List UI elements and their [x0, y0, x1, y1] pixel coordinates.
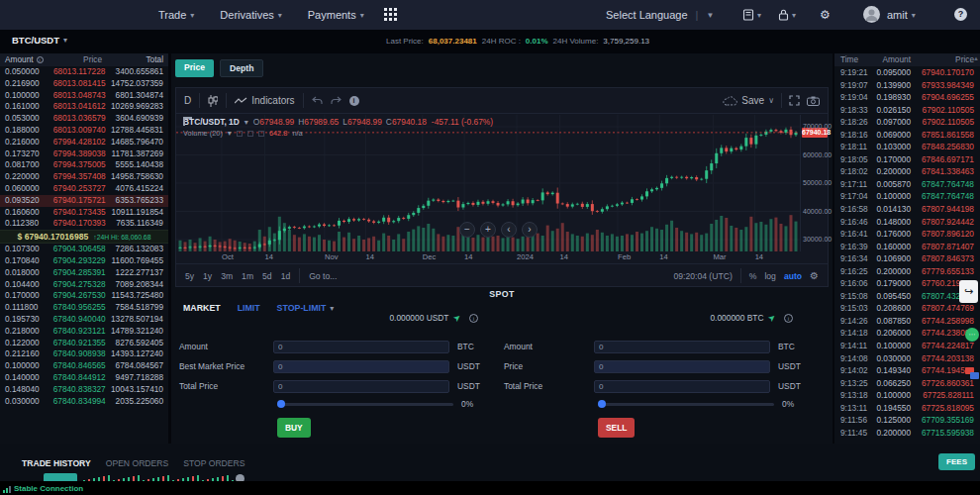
- avatar[interactable]: [863, 6, 880, 23]
- wallet-menu[interactable]: ▾: [778, 0, 796, 30]
- clock[interactable]: 09:20:04 (UTC): [674, 271, 733, 281]
- tab-market[interactable]: MARKET: [183, 303, 221, 313]
- menu-payments[interactable]: Payments▾: [308, 9, 364, 21]
- best-market-price-input[interactable]: [273, 360, 449, 373]
- menu-trade[interactable]: Trade▾: [158, 9, 194, 21]
- ask-row[interactable]: 0.22000067994.35740814958.758630: [0, 171, 168, 183]
- total-price-input[interactable]: [273, 380, 449, 393]
- ask-row[interactable]: 0.21600067994.42810214685.796470: [0, 137, 168, 148]
- trade-row[interactable]: 9:11:450.20000067715.595938: [834, 427, 980, 440]
- trade-row[interactable]: 9:13:110.19455067725.818095: [834, 402, 980, 415]
- bid-row[interactable]: 0.21216067840.90893814393.127240: [0, 348, 168, 360]
- info-icon[interactable]: i: [784, 314, 793, 323]
- indicators-button[interactable]: Indicators: [235, 95, 294, 106]
- price-axis[interactable]: 67940.18 70000.0060000.0050000.0040000.0…: [800, 115, 828, 251]
- ask-row[interactable]: 0.06000067940.2537274076.415224: [0, 183, 168, 195]
- range-5d[interactable]: 5d: [262, 271, 272, 281]
- price-input[interactable]: [594, 360, 770, 373]
- bid-row[interactable]: 0.01800067904.2853911222.277137: [0, 267, 168, 279]
- bid-row[interactable]: 0.19573067840.94004013278.507194: [0, 314, 168, 326]
- cursor-icon[interactable]: ➤: [766, 312, 778, 325]
- trade-row[interactable]: 9:17:040.10000067847.764748: [834, 190, 980, 203]
- apps-grid-icon[interactable]: [384, 8, 397, 21]
- share-button[interactable]: ↪: [959, 280, 978, 303]
- zoom-in-button[interactable]: +: [480, 222, 496, 238]
- ask-row[interactable]: 0.08170067994.3750055555.140438: [0, 159, 168, 171]
- trade-row[interactable]: 9:16:580.01413067807.944198: [834, 203, 980, 216]
- trade-row[interactable]: 9:16:060.17900067760.219772: [834, 277, 980, 290]
- pair-selector[interactable]: BTC/USDT ▾: [12, 35, 67, 46]
- info-icon[interactable]: i: [349, 96, 359, 106]
- fullscreen-button[interactable]: [789, 95, 800, 106]
- amount-input[interactable]: [594, 341, 770, 353]
- ask-row[interactable]: 0.17327067994.38903811781.387269: [0, 148, 168, 160]
- trade-row[interactable]: 9:16:460.14800067807.924442: [834, 216, 980, 229]
- undo-button[interactable]: [312, 96, 323, 105]
- bid-row[interactable]: 0.11180067840.9562557584.518799: [0, 302, 168, 314]
- ask-row[interactable]: 0.09352067940.1757216353.765233: [0, 195, 168, 207]
- bid-row[interactable]: 0.14000067840.8449129497.718288: [0, 372, 168, 384]
- bid-row[interactable]: 0.17084067904.29322911600.769455: [0, 255, 168, 267]
- help-button[interactable]: ?: [954, 8, 967, 21]
- auto-scale-button[interactable]: auto: [784, 271, 802, 281]
- bid-row[interactable]: 0.10000067840.8465656784.084567: [0, 360, 168, 372]
- trade-row[interactable]: 9:19:040.19893067904.696255: [834, 91, 980, 104]
- ask-row[interactable]: 0.21690068013.08141514752.037359: [0, 78, 168, 90]
- user-menu[interactable]: amit ▾: [887, 0, 916, 30]
- tab-trade-history[interactable]: TRADE HISTORY: [22, 458, 91, 468]
- tab-open-orders[interactable]: OPEN ORDERS: [106, 458, 169, 468]
- trade-row[interactable]: 9:18:330.02615067902.110505: [834, 104, 980, 117]
- buy-amount-slider[interactable]: [277, 403, 453, 406]
- trade-row[interactable]: 9:14:180.20600067744.238098: [834, 327, 980, 340]
- bid-row[interactable]: 0.10730067904.3064587286.132083: [0, 244, 168, 255]
- cursor-icon[interactable]: ➤: [451, 312, 463, 325]
- trade-row[interactable]: 9:18:160.06900067851.861558: [834, 129, 980, 142]
- settings-button[interactable]: ⚙: [820, 0, 831, 30]
- ask-row[interactable]: 0.10000068013.0487436801.304874: [0, 90, 168, 102]
- slider-thumb[interactable]: [598, 400, 606, 408]
- percent-scale-button[interactable]: %: [749, 271, 757, 281]
- range-5y[interactable]: 5y: [185, 271, 194, 281]
- range-3m[interactable]: 3m: [221, 271, 233, 281]
- range-1m[interactable]: 1m: [242, 271, 253, 281]
- amount-input[interactable]: [273, 341, 449, 353]
- tab-depth[interactable]: Depth: [220, 59, 263, 77]
- trade-row[interactable]: 9:13:250.06625067726.860361: [834, 377, 980, 390]
- trade-row[interactable]: 9:19:210.09500067940.170170: [834, 66, 980, 79]
- extension-icon[interactable]: [965, 366, 979, 380]
- fees-button[interactable]: FEES: [938, 453, 975, 470]
- trade-row[interactable]: 9:14:020.14934067744.194599: [834, 364, 980, 377]
- tab-price[interactable]: Price: [175, 59, 214, 77]
- tab-stop-limit[interactable]: STOP-LIMIT▾: [277, 303, 335, 313]
- goto-button[interactable]: Go to...: [309, 271, 337, 281]
- ask-row[interactable]: 0.11238067940.1703937635.116349: [0, 218, 168, 230]
- bid-row[interactable]: 0.14804067840.83832710043.157410: [0, 384, 168, 396]
- sell-button[interactable]: SELL: [598, 418, 635, 438]
- trade-row[interactable]: 9:18:110.10300067848.256830: [834, 141, 980, 153]
- bid-row[interactable]: 0.12200067840.9213558276.592405: [0, 338, 168, 349]
- slider-thumb[interactable]: [277, 400, 285, 408]
- trade-row[interactable]: 9:14:260.08785067744.258998: [834, 315, 980, 328]
- trade-row[interactable]: 9:16:340.10690067807.846373: [834, 252, 980, 265]
- chart-style-button[interactable]: [208, 95, 218, 107]
- total-price-input[interactable]: [594, 380, 770, 393]
- ask-row[interactable]: 0.16060067940.17343510911.191854: [0, 207, 168, 219]
- bid-row[interactable]: 0.21800067840.92312114789.321240: [0, 326, 168, 338]
- ask-row[interactable]: 0.05300068013.0365793604.690939: [0, 113, 168, 125]
- trade-row[interactable]: 9:15:080.09545067807.432838: [834, 290, 980, 303]
- chat-widget-icon[interactable]: ⋯: [965, 328, 979, 342]
- mid-price-row[interactable]: $ 67940.17016985 ↑24H Hi: 68,060.68: [0, 230, 168, 244]
- trade-row[interactable]: 9:14:080.03000067744.203138: [834, 352, 980, 365]
- info-icon[interactable]: i: [469, 314, 478, 323]
- bid-row[interactable]: 0.03000067840.8349942035.225060: [0, 396, 168, 408]
- trade-row[interactable]: 9:11:560.12500067709.355169: [834, 414, 980, 427]
- trade-row[interactable]: 9:18:050.17000067846.697171: [834, 153, 980, 166]
- tab-stop-orders[interactable]: STOP ORDERS: [183, 458, 245, 468]
- scroll-right-button[interactable]: ›: [522, 222, 538, 238]
- scroll-left-button[interactable]: ‹: [501, 222, 517, 238]
- snapshot-button[interactable]: [807, 96, 820, 106]
- trade-row[interactable]: 9:16:410.17600067807.896120: [834, 228, 980, 241]
- trade-row[interactable]: 9:19:070.13990067933.984349: [834, 79, 980, 92]
- trade-row[interactable]: 9:16:390.16000067807.871407: [834, 241, 980, 253]
- sell-amount-slider[interactable]: [598, 403, 774, 406]
